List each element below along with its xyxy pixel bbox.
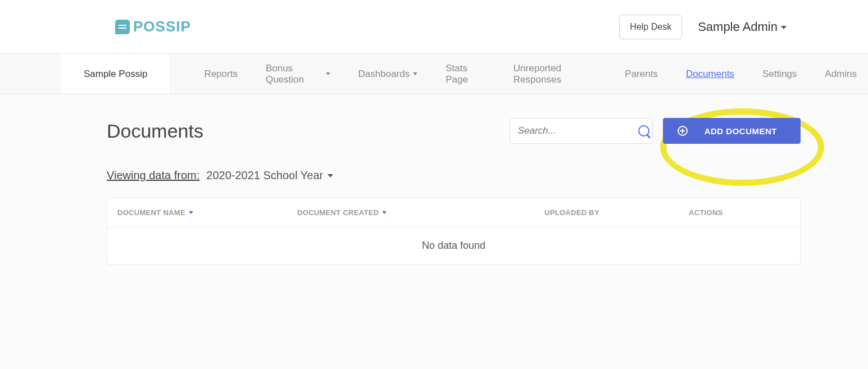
caret-down-icon xyxy=(326,72,330,75)
nav-item-stats-page[interactable]: Stats Page xyxy=(446,63,485,85)
documents-table: DOCUMENT NAME DOCUMENT CREATED UPLOADED … xyxy=(107,198,801,265)
sort-caret-icon xyxy=(189,211,193,214)
nav-item-bonus-question[interactable]: Bonus Question xyxy=(266,63,330,85)
caret-down-icon xyxy=(413,72,417,75)
nav-label: Dashboards xyxy=(358,69,410,80)
search-input[interactable] xyxy=(518,125,638,136)
logo[interactable]: POSSIP xyxy=(115,18,191,35)
logo-icon xyxy=(115,20,130,34)
user-menu[interactable]: Sample Admin xyxy=(698,20,787,34)
nav-label: Unreported Responses xyxy=(513,63,597,85)
nav-label: Reports xyxy=(204,69,238,80)
filter-dropdown[interactable]: 2020-2021 School Year xyxy=(206,169,333,182)
page-title: Documents xyxy=(107,120,203,142)
nav-bar: Sample Possip Reports Bonus Question Das… xyxy=(0,54,868,94)
user-name: Sample Admin xyxy=(698,20,778,34)
sort-caret-icon xyxy=(382,211,387,214)
nav-item-unreported-responses[interactable]: Unreported Responses xyxy=(513,63,597,85)
add-document-label: ADD DOCUMENT xyxy=(705,126,777,136)
column-uploaded-by[interactable]: UPLOADED BY xyxy=(533,208,689,217)
page-actions: ADD DOCUMENT xyxy=(510,118,801,144)
top-header: POSSIP Help Desk Sample Admin xyxy=(0,0,868,54)
nav-item-documents[interactable]: Documents xyxy=(686,69,734,80)
caret-down-icon xyxy=(328,174,333,177)
nav-label: Documents xyxy=(686,69,734,80)
main-content: Documents ADD DOCUMENT Viewing data from… xyxy=(0,94,868,369)
plus-circle-icon xyxy=(678,126,688,136)
filter-label: Viewing data from: xyxy=(107,169,199,182)
nav-brand[interactable]: Sample Possip xyxy=(61,54,170,94)
page-header-row: Documents ADD DOCUMENT xyxy=(107,118,801,144)
nav-item-settings[interactable]: Settings xyxy=(762,69,797,80)
column-document-created[interactable]: DOCUMENT CREATED xyxy=(297,208,533,217)
nav-label: Settings xyxy=(762,69,797,80)
table-empty-state: No data found xyxy=(107,227,800,264)
filter-row: Viewing data from: 2020-2021 School Year xyxy=(107,169,801,182)
nav-label: Admins xyxy=(825,69,857,80)
header-right: Help Desk Sample Admin xyxy=(619,15,787,39)
nav-label: Stats Page xyxy=(446,63,485,85)
nav-label: Bonus Question xyxy=(266,63,322,85)
column-document-name[interactable]: DOCUMENT NAME xyxy=(117,208,297,217)
logo-text: POSSIP xyxy=(133,18,191,35)
caret-down-icon xyxy=(781,26,787,29)
nav-item-dashboards[interactable]: Dashboards xyxy=(358,69,418,80)
table-header: DOCUMENT NAME DOCUMENT CREATED UPLOADED … xyxy=(107,198,800,227)
help-desk-button[interactable]: Help Desk xyxy=(619,15,682,39)
nav-item-parents[interactable]: Parents xyxy=(625,69,658,80)
column-label: UPLOADED BY xyxy=(544,208,599,217)
nav-item-admins[interactable]: Admins xyxy=(825,69,857,80)
column-label: DOCUMENT CREATED xyxy=(297,208,379,217)
column-label: ACTIONS xyxy=(689,208,723,217)
nav-item-reports[interactable]: Reports xyxy=(204,69,238,80)
search-box[interactable] xyxy=(510,118,653,144)
filter-value: 2020-2021 School Year xyxy=(206,169,323,182)
search-icon[interactable] xyxy=(638,125,649,136)
nav-items: Reports Bonus Question Dashboards Stats … xyxy=(170,54,857,94)
column-label: DOCUMENT NAME xyxy=(117,208,185,217)
column-actions: ACTIONS xyxy=(689,208,790,217)
nav-label: Parents xyxy=(625,69,658,80)
add-document-button[interactable]: ADD DOCUMENT xyxy=(663,118,801,144)
